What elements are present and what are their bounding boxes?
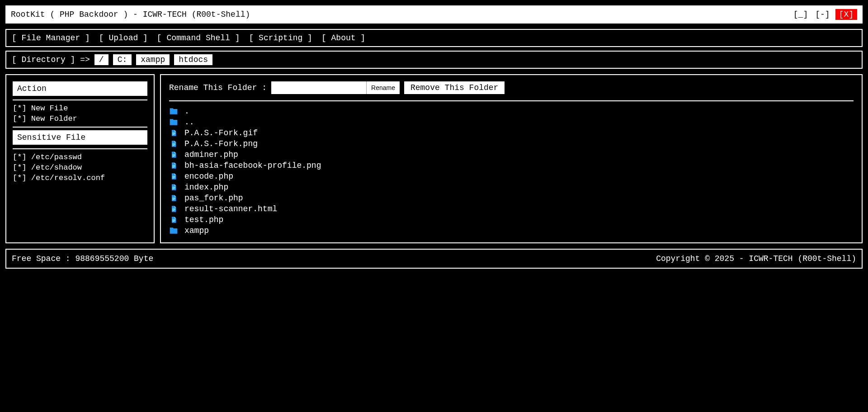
rename-button[interactable]: Rename: [366, 81, 400, 94]
content-area: Action [*] New File [*] New Folder Sensi…: [5, 74, 863, 243]
file-row[interactable]: index.php: [169, 182, 854, 193]
sidebar-item-new-file[interactable]: [*] New File: [13, 103, 147, 114]
divider: [13, 148, 147, 149]
minimize-button[interactable]: [_]: [792, 10, 810, 19]
divider: [169, 100, 854, 101]
svg-rect-22: [172, 209, 175, 210]
menu-scripting[interactable]: [ Scripting ]: [249, 33, 312, 43]
file-row[interactable]: ..: [169, 117, 854, 128]
menu-file-manager[interactable]: [ File Manager ]: [12, 33, 90, 43]
file-name: .: [184, 107, 189, 116]
breadcrumb-htdocs[interactable]: htdocs: [174, 54, 212, 65]
free-space-label: Free Space : 98869555200 Byte: [12, 254, 153, 263]
folder-controls: Rename This Folder : Rename Remove This …: [169, 81, 854, 94]
remove-folder-button[interactable]: Remove This Folder: [404, 81, 505, 94]
file-row[interactable]: result-scanner.html: [169, 204, 854, 214]
svg-rect-3: [172, 143, 175, 144]
folder-icon: [169, 226, 178, 235]
menu-upload[interactable]: [ Upload ]: [99, 33, 148, 43]
file-name: test.php: [184, 215, 223, 224]
svg-rect-16: [172, 188, 175, 188]
file-name: xampp: [184, 226, 209, 235]
sidebar-item-passwd[interactable]: [*] /etc/passwd: [13, 152, 147, 162]
menu-about[interactable]: [ About ]: [321, 33, 365, 43]
file-name: result-scanner.html: [184, 204, 277, 213]
svg-rect-21: [172, 208, 175, 209]
sidebar-item-shadow[interactable]: [*] /etc/shadow: [13, 162, 147, 173]
file-row[interactable]: adminer.php: [169, 149, 854, 160]
file-list: ...P.A.S.-Fork.gifP.A.S.-Fork.pngadminer…: [169, 106, 854, 236]
svg-rect-17: [172, 189, 175, 189]
sidebar-header-sensitive: Sensitive File: [13, 130, 147, 145]
svg-rect-10: [172, 166, 175, 166]
breadcrumb-root[interactable]: /: [94, 54, 108, 65]
folder-icon: [169, 107, 178, 116]
footer-bar: Free Space : 98869555200 Byte Copyright …: [5, 249, 863, 269]
svg-rect-15: [172, 187, 175, 187]
svg-rect-6: [172, 154, 175, 155]
file-name: index.php: [184, 183, 228, 192]
sidebar-header-action: Action: [13, 81, 147, 96]
app-title: RootKit ( PHP Backdoor ) - ICWR-TECH (R0…: [11, 10, 250, 19]
svg-rect-20: [172, 199, 175, 200]
breadcrumb-xampp[interactable]: xampp: [136, 54, 170, 65]
directory-bar: [ Directory ] => / C: xampp htdocs: [5, 51, 863, 69]
file-row[interactable]: test.php: [169, 214, 854, 225]
svg-rect-24: [172, 219, 175, 220]
maximize-button[interactable]: [-]: [813, 10, 831, 19]
sidebar-item-resolv[interactable]: [*] /etc/resolv.conf: [13, 173, 147, 183]
main-panel: Rename This Folder : Rename Remove This …: [160, 74, 863, 243]
file-icon: [169, 139, 178, 148]
rename-input[interactable]: [271, 81, 366, 94]
file-row[interactable]: .: [169, 106, 854, 117]
svg-rect-26: [172, 221, 175, 222]
divider: [13, 127, 147, 128]
file-row[interactable]: pas_fork.php: [169, 193, 854, 204]
svg-rect-7: [172, 155, 175, 156]
close-button[interactable]: [X]: [835, 9, 857, 20]
svg-rect-19: [172, 199, 175, 199]
file-icon: [169, 194, 178, 203]
file-name: bh-asia-facebook-profile.png: [184, 161, 321, 170]
file-name: P.A.S.-Fork.gif: [184, 128, 258, 137]
menu-command-shell[interactable]: [ Command Shell ]: [157, 33, 240, 43]
svg-rect-11: [172, 167, 175, 167]
file-icon: [169, 215, 178, 224]
svg-rect-2: [172, 134, 175, 135]
directory-label: [ Directory ] =>: [12, 55, 90, 64]
file-icon: [169, 150, 178, 159]
file-name: pas_fork.php: [184, 194, 243, 203]
svg-rect-18: [172, 198, 175, 198]
svg-rect-23: [172, 210, 175, 211]
file-row[interactable]: xampp: [169, 225, 854, 236]
svg-rect-25: [172, 220, 175, 221]
svg-rect-9: [172, 165, 175, 166]
menu-bar: [ File Manager ] [ Upload ] [ Command Sh…: [5, 29, 863, 47]
file-icon: [169, 204, 178, 213]
file-name: adminer.php: [184, 150, 238, 159]
file-row[interactable]: encode.php: [169, 171, 854, 182]
file-name: encode.php: [184, 172, 233, 181]
svg-rect-8: [172, 156, 175, 156]
svg-rect-13: [172, 177, 175, 177]
folder-icon: [169, 118, 178, 127]
file-icon: [169, 128, 178, 137]
breadcrumb-drive[interactable]: C:: [113, 54, 132, 65]
svg-rect-5: [172, 145, 175, 146]
file-row[interactable]: P.A.S.-Fork.png: [169, 138, 854, 149]
svg-rect-14: [172, 178, 175, 178]
svg-rect-1: [172, 133, 175, 134]
file-icon: [169, 161, 178, 170]
window-controls: [_] [-] [X]: [792, 9, 857, 20]
svg-rect-0: [172, 133, 175, 133]
title-bar: RootKit ( PHP Backdoor ) - ICWR-TECH (R0…: [5, 5, 863, 24]
file-row[interactable]: P.A.S.-Fork.gif: [169, 128, 854, 138]
file-icon: [169, 183, 178, 192]
copyright-label: Copyright © 2025 - ICWR-TECH (R00t-Shell…: [656, 254, 856, 263]
file-row[interactable]: bh-asia-facebook-profile.png: [169, 160, 854, 171]
file-name: P.A.S.-Fork.png: [184, 139, 258, 148]
rename-label: Rename This Folder :: [169, 83, 267, 92]
svg-rect-4: [172, 144, 175, 145]
sidebar-item-new-folder[interactable]: [*] New Folder: [13, 114, 147, 124]
svg-rect-12: [172, 176, 175, 176]
